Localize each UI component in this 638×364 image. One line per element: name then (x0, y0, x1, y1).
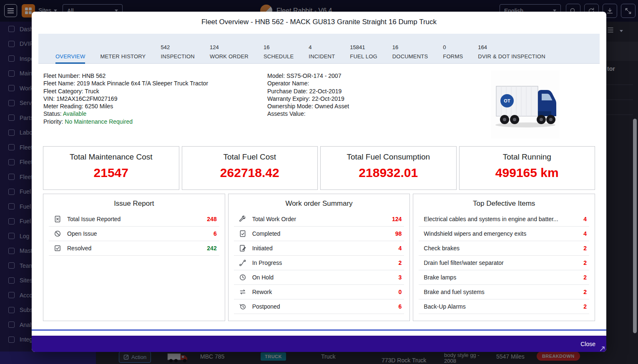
detail-value: Available (63, 110, 87, 117)
detail-line: Assests Value: (267, 110, 349, 117)
row-value: 2 (583, 274, 587, 281)
defective-item-row: Brake and fuel systems 2 (419, 285, 589, 299)
row-value: 2 (583, 303, 587, 310)
check-square-icon (54, 244, 61, 252)
tab[interactable]: 15841 FUEL LOG (350, 34, 377, 63)
stat-card: Total Running 499165 km (459, 146, 595, 190)
row-label: Check brakes (424, 245, 580, 252)
row-label: Brake lamps (424, 274, 580, 281)
issue-report-row: Total Issue Reported 248 (49, 212, 219, 227)
detail-label: Fleet Name: (43, 80, 75, 87)
row-value: 242 (207, 245, 216, 252)
row-value: 98 (395, 230, 402, 237)
row-label: Initiated (252, 245, 395, 252)
row-value: 6 (214, 230, 217, 237)
tab-count (100, 44, 146, 51)
tab[interactable]: 0 FORMS (443, 34, 463, 63)
details-right-column: Model: SS75-OR-174 - 2007 Operator Name:… (267, 72, 349, 118)
detail-line: Meter Reading: 6250 Miles (43, 102, 208, 110)
stat-card: Total Fuel Cost 262718.42 (182, 146, 318, 190)
detail-value: 22-Oct-2019 (309, 88, 342, 95)
row-value: 4 (583, 230, 587, 237)
row-label: Total Issue Reported (67, 216, 203, 222)
work-order-summary-panel: Work order Summary Total Work Order 124 … (228, 194, 410, 321)
work-order-row: On Hold 3 (234, 270, 404, 285)
detail-label: Operator Name: (267, 80, 309, 87)
stat-card-title: Total Running (460, 152, 595, 162)
detail-label: Priority: (43, 118, 63, 125)
tab[interactable]: 16 SCHEDULE (264, 34, 294, 63)
row-label: Completed (252, 230, 392, 237)
defective-item-row: Windshield wipers and emergency exits 4 (419, 227, 589, 241)
detail-value: 6250 Miles (85, 103, 113, 110)
tab-label: FUEL LOG (350, 53, 377, 60)
issue-report-row: Open Issue 6 (49, 227, 219, 241)
tab-label: FORMS (443, 53, 463, 60)
detail-value: Owned Asset (315, 103, 349, 110)
tab-label: SCHEDULE (264, 53, 294, 60)
tab[interactable]: 124 WORK ORDER (210, 34, 249, 63)
stat-card-title: Total Fuel Cost (182, 152, 318, 162)
detail-value: SS75-OR-174 - 2007 (286, 72, 342, 79)
defective-item-row: Check brakes 2 (419, 241, 589, 256)
tab[interactable]: 4 INCIDENT (309, 34, 335, 63)
row-value: 6 (399, 303, 402, 310)
issue-doc-icon (54, 215, 61, 223)
detail-label: VIN: (43, 95, 55, 102)
work-order-row: Total Work Order 124 (234, 212, 404, 227)
tab[interactable]: 16 DOCUMENTS (392, 34, 428, 63)
detail-value: 1M2AX16C2FM027169 (56, 95, 117, 102)
tab-count: 4 (309, 44, 335, 51)
tab[interactable]: 542 INSPECTION (161, 34, 194, 63)
tab-bar: OVERVIEW METER HISTORY 542 INSPECTION 12… (38, 34, 600, 64)
fleet-details: Fleet Number: HNB 562 Fleet Name: 2019 M… (32, 70, 606, 141)
defective-item-row: Electrical cables and systems in engine … (419, 212, 589, 227)
detail-line: Warranty Expiry: 22-Oct-2019 (267, 95, 349, 102)
detail-value: No Maintenance Required (65, 118, 133, 125)
detail-label: Fleet Category: (43, 88, 83, 95)
tab-count: 16 (264, 44, 294, 51)
row-label: Total Work Order (252, 216, 389, 222)
row-value: 2 (583, 245, 587, 252)
footer-divider (32, 329, 606, 331)
row-label: Rework (252, 289, 395, 295)
clock-icon (239, 274, 246, 281)
row-value: 2 (583, 259, 587, 266)
issue-report-row: Resolved 242 (49, 241, 219, 256)
detail-line: Fleet Category: Truck (43, 87, 208, 95)
detail-value: HNB 562 (82, 72, 106, 79)
row-label: Brake and fuel systems (424, 289, 580, 295)
detail-label: Model: (267, 72, 285, 79)
row-label: Drain fuel filter/water separator (424, 259, 580, 266)
row-label: Electrical cables and systems in engine … (424, 216, 580, 222)
doc-check-icon (239, 230, 246, 237)
row-value: 4 (399, 245, 402, 252)
tab-count: 542 (161, 44, 194, 51)
tab[interactable]: METER HISTORY (100, 34, 146, 63)
tab-label: METER HISTORY (100, 53, 146, 60)
panel-title: Work order Summary (229, 199, 410, 208)
stat-card-value: 21547 (43, 166, 179, 180)
stat-card-title: Total Maintenance Cost (43, 152, 179, 162)
row-value: 124 (392, 216, 402, 222)
issue-report-panel: Issue Report Total Issue Reported 248 Op… (43, 194, 225, 321)
close-button[interactable]: Close (580, 341, 595, 347)
details-left-column: Fleet Number: HNB 562 Fleet Name: 2019 M… (43, 72, 208, 125)
row-label: Open Issue (67, 230, 210, 237)
detail-line: Fleet Name: 2019 Mack Pinnacle 6x4 T/A S… (43, 80, 208, 87)
detail-line: Priority: No Maintenance Required (43, 118, 208, 125)
top-defective-items-panel: Top Defective Items Electrical cables an… (413, 194, 595, 321)
resize-handle-icon[interactable] (600, 346, 605, 351)
route-icon (239, 259, 246, 267)
row-label: Windshield wipers and emergency exits (424, 230, 580, 237)
dialog-title: Fleet Overview - HNB 562 - MACK GU813 Gr… (32, 12, 606, 26)
row-label: On Hold (252, 274, 395, 281)
tab[interactable]: OVERVIEW (55, 34, 85, 63)
wrench-icon (239, 215, 246, 223)
detail-label: Warranty Expiry: (267, 95, 310, 102)
fleet-overview-dialog: Fleet Overview - HNB 562 - MACK GU813 Gr… (32, 12, 606, 352)
row-value: 2 (583, 289, 587, 295)
detail-label: Meter Reading: (43, 103, 83, 110)
tab[interactable]: 164 DVIR & DOT INSPECTION (478, 34, 545, 63)
row-label: In Progress (252, 259, 395, 266)
